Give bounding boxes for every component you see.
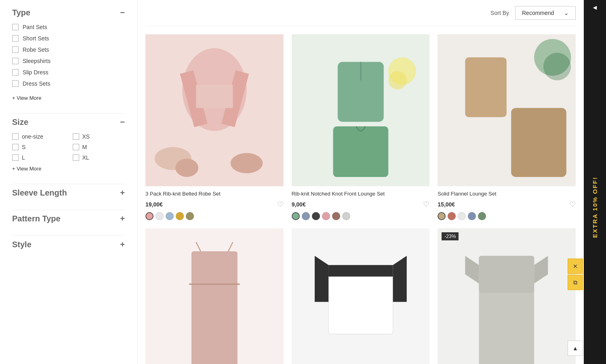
type-checkbox-0[interactable] [12,24,19,30]
sleeve-expand-icon: + [120,188,125,198]
color-swatch[interactable] [312,212,320,220]
size-filter-item[interactable]: S [12,144,65,150]
size-label-1: XS [82,133,90,140]
product-name: Solid Flannel Lounge Set [438,190,576,198]
svg-rect-23 [189,284,240,285]
discount-badge: -23% [442,232,459,240]
color-swatches [145,212,284,220]
size-view-more[interactable]: + View More [12,166,41,172]
type-filter-item[interactable]: Dress Sets [12,80,125,87]
type-view-more[interactable]: + View More [12,95,41,101]
product-price-row: 9,00€ ♡ [292,200,430,209]
type-checkbox-1[interactable] [12,35,19,42]
color-swatches [292,212,430,220]
type-filter-item[interactable]: Sleepshirts [12,58,125,64]
color-swatch[interactable] [332,212,340,220]
product-image [145,228,284,364]
type-filter-item[interactable]: Robe Sets [12,46,125,53]
svg-rect-4 [196,85,233,108]
product-price: 19,00€ [145,201,163,208]
color-swatch[interactable] [478,212,486,220]
color-swatch[interactable] [186,212,194,220]
svg-rect-31 [479,256,534,292]
color-swatch[interactable] [176,212,184,220]
size-checkbox-5[interactable] [73,154,79,161]
size-checkbox-2[interactable] [12,144,19,150]
sort-chevron-icon: ⌄ [564,10,569,16]
color-swatch[interactable] [145,212,154,220]
sleeve-length-header[interactable]: Sleeve Length + [12,188,125,198]
product-card[interactable]: -23% Solid Short Sleeve Tee & Shorts Set… [438,228,576,364]
size-filter-item[interactable]: M [73,144,125,150]
sidebar: Type − Pant Sets Short Sets Robe Sets Sl… [0,0,137,364]
size-filter-title: Size [12,118,28,127]
color-swatch[interactable] [292,212,300,220]
product-image [438,34,576,186]
svg-rect-15 [465,57,507,117]
size-label-2: S [22,144,25,150]
size-filter-header[interactable]: Size − [12,118,125,127]
type-filter-header[interactable]: Type − [12,8,125,17]
pattern-type-header[interactable]: Pattern Type + [12,214,125,223]
product-card[interactable]: Color Block Raglan Sleeve Tee & Shorts S… [292,228,430,364]
copy-button[interactable]: ⧉ [568,275,583,290]
style-expand-icon: + [120,240,125,249]
size-filter-item[interactable]: one-size [12,133,65,140]
type-checkbox-4[interactable] [12,69,19,76]
sort-label: Sort By [490,10,509,16]
size-checkbox-1[interactable] [73,133,79,140]
svg-point-7 [231,153,263,173]
size-filter-item[interactable]: XS [73,133,125,140]
banner-text: EXTRA 10% OFF! [591,177,598,238]
product-card[interactable]: Lace Trim Cami Top & Wide Leg Pants Set … [145,228,284,364]
type-label-1: Short Sets [23,35,49,42]
type-filter-item[interactable]: Short Sets [12,35,125,42]
type-filter-section: Type − Pant Sets Short Sets Robe Sets Sl… [12,8,125,101]
main-content: Sort By Recommend ⌄ 3 Pack Rib-knit Belt… [137,0,584,364]
scroll-top-button[interactable]: ▲ [568,341,583,356]
style-title: Style [12,240,32,249]
size-label-4: L [22,154,25,161]
color-swatch[interactable] [438,212,446,220]
color-swatch[interactable] [322,212,330,220]
type-checkbox-2[interactable] [12,46,19,53]
style-header[interactable]: Style + [12,240,125,249]
close-float-icon: ✕ [573,263,578,269]
color-swatches [438,212,576,220]
product-card[interactable]: Solid Flannel Lounge Set 15,00€ ♡ [438,34,576,220]
size-checkbox-4[interactable] [12,154,19,161]
wishlist-button[interactable]: ♡ [277,200,284,209]
extra-discount-banner[interactable]: ◄ EXTRA 10% OFF! [584,0,606,364]
type-filter-item[interactable]: Slip Dress [12,69,125,76]
product-card[interactable]: Rib-knit Notched Knot Front Lounge Set 9… [292,34,430,220]
size-checkbox-0[interactable] [12,133,19,140]
size-filter-item[interactable]: XL [73,154,125,161]
color-swatch[interactable] [458,212,466,220]
size-label-0: one-size [22,133,43,140]
product-name: Rib-knit Notched Knot Front Lounge Set [292,190,430,198]
sort-value: Recommend [522,10,554,16]
banner-arrow-icon: ◄ [584,0,606,15]
sort-select[interactable]: Recommend ⌄ [515,6,576,20]
color-swatch[interactable] [342,212,350,220]
type-label-3: Sleepshirts [23,58,50,64]
size-checkbox-3[interactable] [73,144,79,150]
wishlist-button[interactable]: ♡ [569,200,576,209]
type-filter-item[interactable]: Pant Sets [12,24,125,30]
color-swatch[interactable] [468,212,476,220]
size-label-5: XL [82,154,89,161]
product-price-row: 19,00€ ♡ [145,200,284,209]
color-swatch[interactable] [156,212,164,220]
wishlist-button[interactable]: ♡ [423,200,429,209]
size-filter-item[interactable]: L [12,154,65,161]
product-image: -23% [438,228,576,364]
pattern-expand-icon: + [120,214,125,223]
close-float-button[interactable]: ✕ [568,259,583,274]
product-card[interactable]: 3 Pack Rib-knit Belted Robe Set 19,00€ ♡ [145,34,284,220]
type-checkbox-3[interactable] [12,58,19,64]
type-checkbox-5[interactable] [12,80,19,87]
color-swatch[interactable] [166,212,174,220]
color-swatch[interactable] [302,212,310,220]
style-section: Style + [12,240,125,249]
color-swatch[interactable] [448,212,456,220]
